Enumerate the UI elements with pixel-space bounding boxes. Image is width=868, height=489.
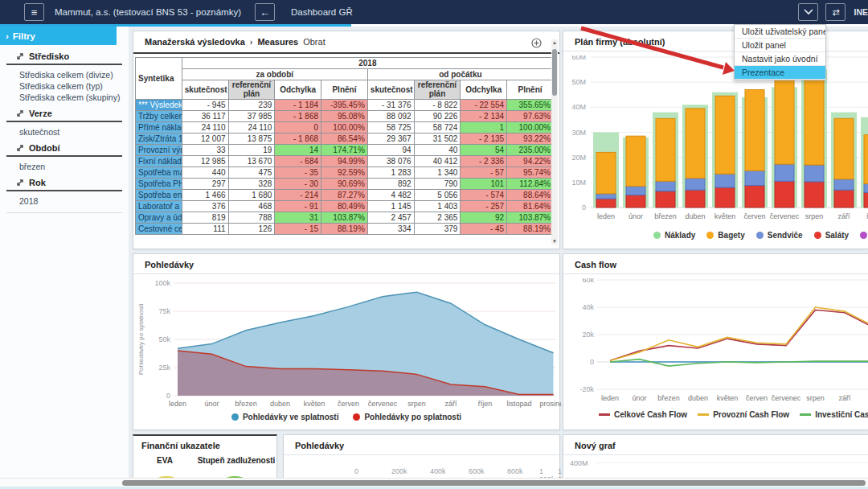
bar-segment[interactable]: [775, 76, 794, 164]
table-cell: 790: [414, 179, 461, 190]
bar-segment[interactable]: [596, 199, 616, 208]
hamburger-icon: ≡: [31, 6, 38, 18]
legend-item[interactable]: Ostatní: [860, 231, 868, 240]
add-circle-icon[interactable]: [531, 38, 542, 48]
row-label[interactable]: Zisk/Ztráta 1: [136, 134, 182, 145]
row-label[interactable]: Provozní výnosy celkem: [136, 145, 182, 156]
bar-segment[interactable]: [745, 90, 764, 171]
sidebar-item[interactable]: Střediska celkem (typ): [19, 81, 129, 91]
switch-view-button[interactable]: ⇄: [825, 3, 845, 21]
row-label[interactable]: Cestovné celkem: [136, 224, 182, 235]
sidebar-item[interactable]: březen: [19, 162, 129, 171]
panel-actions-button[interactable]: [798, 3, 818, 21]
sidebar-item[interactable]: skutečnost: [19, 127, 129, 137]
row-label[interactable]: Přímé náklady celkem: [136, 122, 182, 134]
bar-segment[interactable]: [745, 186, 764, 208]
y-tick-label: 60M: [571, 55, 586, 61]
row-label[interactable]: *** Výsledek hospodaření za účetní obdob…: [136, 100, 182, 111]
row-label[interactable]: Fixní náklady celkem: [136, 156, 182, 167]
bar-segment[interactable]: [715, 187, 735, 208]
table-cell: 58 724: [414, 122, 461, 134]
bar-segment[interactable]: [805, 182, 824, 208]
legend-item[interactable]: Pohledávky po splatnosti: [353, 413, 461, 421]
bar-segment[interactable]: [745, 171, 764, 185]
bar-segment[interactable]: [864, 183, 868, 192]
bar-segment[interactable]: [834, 179, 854, 190]
row-label[interactable]: Opravy a údržba: [136, 212, 182, 224]
bar-segment[interactable]: [656, 191, 675, 208]
x-tick-label: září: [838, 394, 851, 402]
sidebar-section-title[interactable]: Období: [16, 143, 129, 153]
menu-item[interactable]: Prezentace: [735, 66, 825, 80]
bar-segment[interactable]: [626, 136, 645, 186]
x-tick-label: leden: [169, 400, 186, 408]
sidebar-item[interactable]: Střediska celkem (divize): [19, 70, 129, 80]
divider: [6, 212, 122, 213]
menu-item[interactable]: Uložit panel: [735, 39, 825, 52]
sidebar-item[interactable]: 2018: [19, 196, 129, 206]
bar-segment[interactable]: [596, 194, 616, 199]
legend-item[interactable]: Pohledávky ve splatnosti: [231, 413, 339, 421]
sidebar-section-title[interactable]: Středisko: [16, 51, 129, 61]
filters-header[interactable]: ›Filtry: [0, 27, 117, 45]
bar-segment[interactable]: [775, 181, 794, 208]
table-cell: - 45: [461, 224, 507, 235]
legend-item[interactable]: Sendviče: [756, 231, 803, 240]
menu-item[interactable]: Uložit uživatelský panel: [735, 25, 825, 39]
row-label[interactable]: Laboratoř a jakost: [136, 201, 182, 212]
column-group-header: od počátku: [367, 69, 553, 80]
table-cell: 1 680: [228, 190, 275, 201]
row-label[interactable]: Tržby celkem /CVH /: [136, 111, 182, 122]
bar-segment[interactable]: [715, 96, 735, 174]
table-cell: 88.64%: [507, 190, 554, 201]
bar-segment[interactable]: [834, 190, 854, 208]
legend-item[interactable]: Saláty: [814, 231, 849, 240]
legend-item[interactable]: Investiční Cash Flow: [800, 410, 868, 419]
breadcrumb-root[interactable]: Manažerská výsledovka: [145, 37, 245, 47]
sidebar-section-label: Období: [29, 143, 60, 153]
chart-legend: NákladyBagetySendvičeSalátyOstatní: [653, 231, 868, 240]
bar-segment[interactable]: [715, 174, 735, 187]
sidebar-item[interactable]: Střediska celkem (skupiny): [19, 92, 129, 102]
row-label[interactable]: Spotřeba materiálu celkem: [136, 167, 182, 179]
breadcrumb-measures[interactable]: Measures: [257, 37, 298, 47]
bar-segment[interactable]: [686, 190, 705, 208]
table-cell: - 35: [275, 167, 321, 179]
legend-item[interactable]: Provozní Cash Flow: [698, 410, 789, 419]
table-cell: 100.00%: [507, 122, 554, 134]
table-cell: 1: [461, 122, 507, 134]
row-label[interactable]: Spotřeba PHM celkem: [136, 179, 182, 190]
legend-item[interactable]: Náklady: [653, 231, 695, 240]
table-vertical-scrollbar[interactable]: ▲ ▼: [551, 39, 558, 244]
hamburger-menu-button[interactable]: ≡: [24, 3, 44, 21]
scroll-thumb[interactable]: [552, 49, 557, 96]
bar-segment[interactable]: [805, 165, 824, 182]
bar-segment[interactable]: [656, 181, 675, 191]
bar-segment[interactable]: [864, 135, 868, 184]
bar-segment[interactable]: [626, 195, 645, 208]
axis-icon: [16, 52, 24, 60]
bar-segment[interactable]: [775, 164, 794, 181]
sidebar-section-title[interactable]: Verze: [16, 109, 129, 118]
legend-item[interactable]: Celkové Cash Flow: [599, 410, 687, 419]
row-label[interactable]: Spotřeba energie celkem: [136, 190, 182, 201]
bar-segment[interactable]: [864, 192, 868, 208]
bar-segment[interactable]: [686, 109, 705, 179]
bar-segment[interactable]: [596, 152, 616, 193]
x-tick-label: srpen: [806, 394, 825, 402]
horizontal-scrollbar[interactable]: [0, 478, 868, 487]
bar-segment[interactable]: [686, 179, 705, 191]
table-cell: 97.63%: [507, 111, 554, 122]
sidebar-section-title[interactable]: Rok: [16, 178, 129, 187]
scroll-thumb[interactable]: [122, 480, 866, 486]
scroll-up-icon[interactable]: ▲: [551, 39, 558, 46]
back-button[interactable]: ←: [255, 3, 275, 21]
bar-segment[interactable]: [626, 187, 645, 195]
bar-segment[interactable]: [805, 75, 824, 165]
scroll-down-icon[interactable]: ▼: [551, 238, 558, 244]
legend-item[interactable]: Bagety: [706, 231, 744, 240]
bar-segment[interactable]: [656, 118, 675, 181]
bar-segment[interactable]: [834, 118, 854, 179]
menu-item[interactable]: Nastavit jako úvodní: [735, 52, 825, 66]
table-cell: 94: [367, 145, 414, 156]
